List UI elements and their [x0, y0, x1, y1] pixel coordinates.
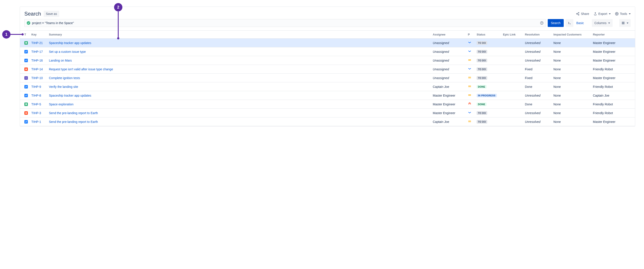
- table-row[interactable]: TIHP-21Spaceship tracker app updatesUnas…: [20, 38, 635, 47]
- issue-key-link[interactable]: TIHP-16: [31, 59, 43, 62]
- cell-epic: [501, 74, 523, 82]
- svg-rect-14: [468, 60, 471, 61]
- cell-assignee: Master Engineer: [433, 94, 455, 97]
- issue-type-icon: [24, 67, 28, 71]
- col-header-impacted[interactable]: Impacted Customers: [552, 31, 591, 38]
- priority-low-icon: [468, 41, 471, 44]
- view-switcher-button[interactable]: [619, 19, 630, 27]
- priority-low-icon: [468, 111, 471, 114]
- issue-key-link[interactable]: TIHP-14: [31, 67, 43, 71]
- table-row[interactable]: TIHP-14Request type isn't valid after is…: [20, 65, 635, 74]
- cell-epic: [501, 91, 523, 100]
- issue-key-link[interactable]: TIHP-8: [31, 94, 41, 97]
- col-header-status[interactable]: Status: [475, 31, 501, 38]
- issue-summary-link[interactable]: Request type isn't valid after issue typ…: [49, 67, 113, 71]
- syntax-help-button[interactable]: [566, 19, 573, 27]
- chevron-down-icon: [627, 22, 628, 24]
- list-view-icon: [622, 21, 625, 25]
- svg-rect-20: [468, 94, 471, 95]
- issue-key-link[interactable]: TIHP-17: [31, 50, 43, 53]
- cell-epic: [501, 56, 523, 65]
- issue-summary-link[interactable]: Set up a custom issue type: [49, 50, 86, 53]
- status-badge: TO DO: [477, 50, 487, 53]
- svg-rect-19: [468, 86, 471, 87]
- issue-key-link[interactable]: TIHP-1: [31, 120, 41, 124]
- cell-type: [20, 74, 30, 82]
- issue-summary-link[interactable]: Spaceship tracker app updates: [49, 41, 91, 45]
- jql-input-box[interactable]: [24, 19, 546, 27]
- cell-resolution: Unresolved: [525, 94, 540, 97]
- issue-summary-link[interactable]: Landing on Mars: [49, 59, 72, 62]
- col-header-reporter[interactable]: Reporter: [591, 31, 635, 38]
- annotation-1-line: [10, 34, 22, 35]
- issue-type-icon: [24, 41, 28, 45]
- issue-summary-link[interactable]: Spaceship tracker app updates: [49, 94, 91, 97]
- col-header-resolution[interactable]: Resolution: [523, 31, 552, 38]
- col-header-assignee[interactable]: Assignee: [431, 31, 466, 38]
- basic-search-link[interactable]: Basic: [575, 21, 585, 25]
- cell-epic: [501, 47, 523, 56]
- issue-summary-link[interactable]: Verify the landing site: [49, 85, 78, 88]
- export-button[interactable]: Export: [594, 12, 611, 15]
- svg-rect-13: [468, 59, 471, 60]
- cell-type: [20, 91, 30, 100]
- columns-button[interactable]: Columns: [592, 19, 613, 27]
- col-header-priority[interactable]: P: [466, 31, 475, 38]
- table-row[interactable]: TIHP-8Spaceship tracker app updatesMaste…: [20, 91, 635, 100]
- issue-key-link[interactable]: TIHP-3: [31, 111, 41, 115]
- cell-resolution: Unresolved: [525, 50, 540, 53]
- table-row[interactable]: TIHP-10Complete ignition testsUnassigned…: [20, 74, 635, 82]
- issue-summary-link[interactable]: Send the pre-landing report to Earth: [49, 120, 98, 124]
- table-row[interactable]: TIHP-17Set up a custom issue typeUnassig…: [20, 47, 635, 56]
- issue-key-link[interactable]: TIHP-9: [31, 85, 41, 88]
- priority-medium-icon: [468, 76, 471, 79]
- issue-key-link[interactable]: TIHP-10: [31, 76, 43, 80]
- cell-priority: [466, 82, 475, 91]
- cell-reporter: Master Engineer: [591, 74, 635, 82]
- save-as-button[interactable]: Save as: [44, 11, 59, 17]
- gear-icon: [615, 12, 618, 15]
- help-icon[interactable]: [540, 21, 544, 25]
- cell-resolution: Done: [525, 85, 532, 88]
- col-header-key[interactable]: Key: [30, 31, 47, 38]
- cell-impacted: None: [552, 109, 591, 117]
- cell-assignee: Master Engineer: [433, 111, 455, 115]
- cell-reporter: Master Engineer: [591, 117, 635, 126]
- annotation-2: 2: [114, 3, 122, 11]
- share-icon: [576, 12, 580, 15]
- issue-key-link[interactable]: TIHP-21: [31, 41, 43, 45]
- svg-point-22: [26, 112, 27, 114]
- share-button[interactable]: Share: [576, 12, 589, 15]
- tools-button[interactable]: Tools: [615, 12, 630, 15]
- status-badge: TO DO: [477, 111, 487, 115]
- cell-assignee: Unassigned: [433, 67, 449, 71]
- cell-reporter: Friendly Robot: [591, 100, 635, 109]
- issue-summary-link[interactable]: Send the pre-landing report to Earth: [49, 111, 98, 115]
- col-header-epic[interactable]: Epic Link: [501, 31, 523, 38]
- table-row[interactable]: TIHP-1Send the pre-landing report to Ear…: [20, 117, 635, 126]
- issue-type-icon: [24, 102, 28, 106]
- svg-line-3: [577, 13, 578, 13]
- cell-type: [20, 82, 30, 91]
- table-row[interactable]: TIHP-16Landing on MarsUnassignedTO DOUnr…: [20, 56, 635, 65]
- svg-rect-11: [622, 23, 624, 23]
- table-row[interactable]: TIHP-3Send the pre-landing report to Ear…: [20, 109, 635, 117]
- cell-reporter: Friendly Robot: [591, 65, 635, 74]
- cell-reporter: Friendly Robot: [591, 82, 635, 91]
- search-button[interactable]: Search: [548, 19, 564, 27]
- cell-epic: [501, 38, 523, 47]
- svg-rect-18: [468, 86, 471, 86]
- svg-rect-23: [468, 121, 471, 121]
- issue-summary-link[interactable]: Complete ignition tests: [49, 76, 80, 80]
- issue-summary-link[interactable]: Space exploration: [49, 102, 74, 106]
- table-row[interactable]: TIHP-5Space explorationMaster EngineerDO…: [20, 100, 635, 109]
- jql-input[interactable]: [32, 21, 538, 25]
- cell-assignee: Unassigned: [433, 50, 449, 53]
- status-badge: TO DO: [477, 41, 487, 45]
- issue-key-link[interactable]: TIHP-5: [31, 102, 41, 106]
- annotation-1-dot: [22, 33, 24, 35]
- issue-type-icon: [24, 94, 28, 97]
- svg-point-0: [578, 12, 579, 13]
- table-row[interactable]: TIHP-9Verify the landing siteCaptain Joe…: [20, 82, 635, 91]
- col-header-summary[interactable]: Summary: [47, 31, 431, 38]
